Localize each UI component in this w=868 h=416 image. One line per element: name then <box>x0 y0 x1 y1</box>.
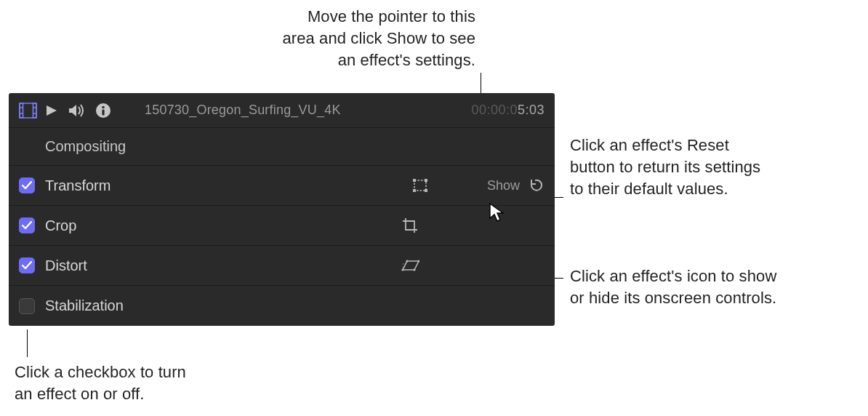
row-distort: Distort Show <box>9 246 555 286</box>
svg-rect-1 <box>20 103 23 118</box>
audio-tab-icon[interactable] <box>68 103 87 119</box>
transform-icon[interactable] <box>410 175 430 196</box>
distort-icon[interactable] <box>400 255 420 276</box>
row-label-distort: Distort <box>45 257 161 274</box>
svg-rect-14 <box>425 189 427 192</box>
checkbox-transform[interactable] <box>19 177 35 193</box>
svg-rect-2 <box>33 103 37 118</box>
callout-checkbox: Click a checkbox to turn an effect on or… <box>15 361 254 405</box>
svg-rect-11 <box>413 179 416 182</box>
svg-rect-0 <box>20 103 36 118</box>
crop-icon[interactable] <box>400 215 420 236</box>
callout-icon: Click an effect's icon to show or hide i… <box>570 265 861 309</box>
section-compositing[interactable]: Compositing <box>9 128 555 166</box>
row-label-transform: Transform <box>45 177 161 194</box>
leader-checkbox <box>27 329 28 357</box>
row-stabilization: Stabilization Show <box>9 286 555 326</box>
svg-rect-9 <box>102 109 104 115</box>
callout-reset: Click an effect's Reset button to return… <box>570 135 853 200</box>
svg-point-18 <box>413 268 415 271</box>
svg-point-16 <box>406 260 408 262</box>
checkbox-distort[interactable] <box>19 257 35 273</box>
clip-name: 150730_Oregon_Surfing_VU_4K <box>145 103 341 118</box>
inspector-header: 150730_Oregon_Surfing_VU_4K 00:00:05:03 <box>9 93 555 128</box>
color-tab-icon[interactable] <box>44 103 59 118</box>
timecode: 00:00:05:03 <box>471 103 544 118</box>
checkbox-crop[interactable] <box>19 217 35 233</box>
reset-button-transform[interactable] <box>526 176 544 195</box>
row-label-crop: Crop <box>45 217 161 234</box>
row-label-stabilization: Stabilization <box>45 297 161 314</box>
svg-point-8 <box>102 105 105 108</box>
section-title: Compositing <box>45 138 126 155</box>
callout-top: Move the pointer to this area and click … <box>206 6 475 71</box>
video-tab-icon[interactable] <box>19 103 37 119</box>
svg-rect-13 <box>413 189 416 192</box>
info-tab-icon[interactable] <box>95 103 111 119</box>
checkbox-stabilization[interactable] <box>19 298 35 314</box>
svg-rect-12 <box>425 179 427 182</box>
svg-point-15 <box>401 268 403 271</box>
inspector-panel: 150730_Oregon_Surfing_VU_4K 00:00:05:03 … <box>9 93 555 326</box>
show-button-transform[interactable]: Show <box>487 178 520 193</box>
row-transform: Transform Show <box>9 166 555 206</box>
row-crop: Crop Show <box>9 206 555 246</box>
svg-rect-10 <box>414 180 426 191</box>
